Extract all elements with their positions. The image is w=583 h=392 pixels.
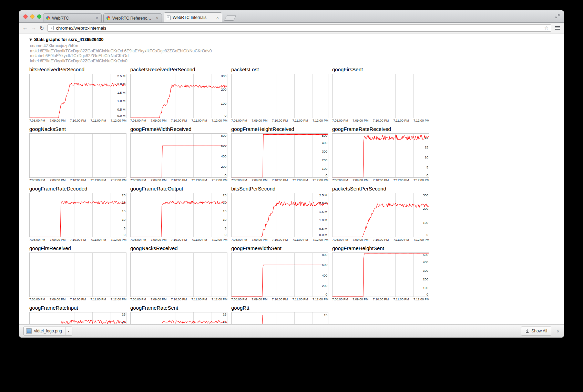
x-axis-labels: 7:08:00 PM7:09:00 PM7:10:00 PM7:11:00 PM…: [332, 238, 429, 241]
x-axis-label: 7:12:00 PM: [313, 119, 328, 122]
chart-title: googFrameRateInput: [29, 305, 130, 311]
chart-gridline: [377, 74, 377, 118]
x-axis-labels: 7:08:00 PM7:09:00 PM7:10:00 PM7:11:00 PM…: [231, 238, 328, 241]
chart-title: googFirsReceived: [29, 245, 130, 251]
tab-webrtc[interactable]: WebRTC ×: [43, 13, 102, 22]
tab-close-icon[interactable]: ×: [155, 16, 159, 20]
tab-label: WebRTC Internals: [173, 15, 214, 20]
chart-line: [30, 193, 126, 237]
chart-cell: googFrameRateSent25201510507:08:00 PM7:0…: [130, 305, 231, 324]
y-axis-label: 20: [223, 320, 226, 323]
x-axis-label: 7:11:00 PM: [90, 178, 106, 182]
x-axis-label: 7:10:00 PM: [373, 238, 389, 241]
x-axis-label: 7:09:00 PM: [50, 178, 65, 182]
x-axis-label: 7:08:00 PM: [231, 119, 247, 122]
y-axis-label: 100: [423, 286, 428, 290]
x-axis-label: 7:10:00 PM: [272, 178, 288, 182]
chart-title: googRtt: [231, 305, 332, 311]
chart-plot: [130, 252, 227, 297]
y-axis-label: 400: [322, 141, 327, 145]
x-axis-labels: 7:08:00 PM7:09:00 PM7:10:00 PM7:11:00 PM…: [130, 298, 227, 301]
y-axis-label: 0: [326, 174, 327, 177]
show-all-label: Show All: [531, 329, 547, 333]
x-axis-label: 7:12:00 PM: [313, 178, 328, 182]
x-axis-labels: 7:08:00 PM7:09:00 PM7:10:00 PM7:11:00 PM…: [231, 298, 328, 301]
chart-plot: 2520151050: [29, 312, 126, 324]
back-button[interactable]: ←: [22, 25, 28, 31]
x-axis-label: 7:10:00 PM: [171, 178, 187, 182]
x-axis-label: 7:11:00 PM: [292, 178, 308, 182]
chart-line: [232, 253, 328, 297]
y-axis-label: 2.5 M: [117, 74, 125, 78]
y-axis-label: 400: [221, 155, 226, 158]
y-axis-label: 0.5 M: [117, 108, 125, 111]
chart-line: [30, 312, 126, 324]
chrome-menu-icon[interactable]: [554, 25, 561, 30]
chart-title: googFrameRateDecoded: [29, 186, 130, 192]
minimize-window-button[interactable]: [30, 14, 34, 19]
x-axis-label: 7:12:00 PM: [413, 298, 429, 301]
shelf-right: Show All ×: [521, 327, 560, 336]
x-axis-label: 7:09:00 PM: [352, 238, 368, 241]
y-axis-label: 15: [122, 209, 125, 213]
x-axis-label: 7:11:00 PM: [191, 298, 207, 301]
chart-plot: 2520151050: [130, 193, 227, 237]
bookmark-star-icon[interactable]: ☆: [544, 25, 549, 30]
y-axis-label: 0: [427, 293, 428, 296]
window-controls: [23, 14, 41, 19]
y-axis-label: 300: [423, 269, 428, 272]
x-axis-label: 7:08:00 PM: [332, 298, 348, 301]
y-axis-label: 300: [322, 150, 327, 153]
tab-webrtc-reference-app[interactable]: WebRTC Reference App ×: [103, 13, 162, 22]
reload-button[interactable]: ↻: [40, 25, 44, 31]
x-axis-label: 7:10:00 PM: [70, 178, 86, 182]
new-tab-button[interactable]: [224, 16, 236, 21]
y-axis-label: 1.0 M: [319, 218, 327, 222]
chart-cell: googFrameHeightReceived50040030020010007…: [231, 126, 332, 182]
chart-cell: googFirsReceived7:08:00 PM7:09:00 PM7:10…: [29, 245, 130, 301]
x-axis-label: 7:11:00 PM: [292, 119, 308, 122]
url-bar[interactable]: chrome://webrtc-internals ☆: [47, 24, 551, 32]
x-axis-label: 7:10:00 PM: [171, 238, 187, 241]
fullscreen-icon[interactable]: [555, 14, 560, 20]
y-axis-label: 2.5 M: [319, 194, 327, 197]
y-axis-label: 25: [122, 194, 125, 197]
x-axis-label: 7:12:00 PM: [111, 119, 126, 122]
stats-header[interactable]: Stats graphs for ssrc_4136526430: [29, 37, 564, 42]
x-axis-label: 7:10:00 PM: [70, 119, 86, 122]
collapse-triangle-icon[interactable]: [29, 39, 32, 41]
tab-webrtc-internals[interactable]: WebRTC Internals ×: [164, 12, 222, 22]
tab-close-icon[interactable]: ×: [95, 16, 99, 20]
chart-gridline: [212, 253, 212, 297]
chart-line: [131, 312, 227, 324]
x-axis-label: 7:12:00 PM: [111, 238, 126, 241]
url-text[interactable]: chrome://webrtc-internals: [56, 25, 542, 31]
download-item[interactable]: vidtel_logo.png ▾: [23, 327, 72, 336]
show-all-downloads-button[interactable]: Show All: [521, 327, 551, 336]
chart-cell: bitsSentPerSecond2.5 M2.0 M1.5 M1.0 M0.5…: [231, 186, 332, 241]
chart-gridline: [413, 74, 414, 118]
x-axis-label: 7:11:00 PM: [393, 178, 409, 182]
shelf-close-icon[interactable]: ×: [556, 329, 560, 334]
forward-button[interactable]: →: [31, 25, 37, 31]
chart-cell: googRtt1510507:08:00 PM7:09:00 PM7:10:00…: [231, 305, 332, 324]
chart-cell: bitsReceivedPerSecond2.5 M2.0 M1.5 M1.0 …: [29, 66, 130, 122]
x-axis-label: 7:10:00 PM: [171, 298, 187, 301]
nav-toolbar: ← → ↻ chrome://webrtc-internals ☆: [19, 23, 564, 33]
tab-strip: WebRTC × WebRTC Reference App × WebRTC I…: [19, 10, 564, 23]
y-axis-label: 600: [322, 263, 327, 267]
chart-title: googFrameWidthSent: [231, 245, 332, 251]
chart-cell: packetsSentPerSecond30020010007:08:00 PM…: [332, 186, 433, 241]
tab-close-icon[interactable]: ×: [216, 16, 219, 20]
close-window-button[interactable]: [23, 14, 28, 19]
chart-cell: googFrameRateDecoded25201510507:08:00 PM…: [29, 186, 130, 241]
zoom-window-button[interactable]: [37, 14, 41, 19]
y-axis-label: 600: [221, 144, 226, 147]
download-filename: vidtel_logo.png: [34, 329, 62, 333]
x-axis-labels: 7:08:00 PM7:09:00 PM7:10:00 PM7:11:00 PM…: [29, 119, 126, 122]
x-axis-label: 7:09:00 PM: [151, 119, 166, 122]
download-menu-caret-icon[interactable]: ▾: [65, 327, 72, 335]
chart-title: googFrameRateOutput: [130, 186, 231, 192]
chart-gridline: [92, 253, 93, 297]
x-axis-label: 7:12:00 PM: [212, 298, 227, 301]
